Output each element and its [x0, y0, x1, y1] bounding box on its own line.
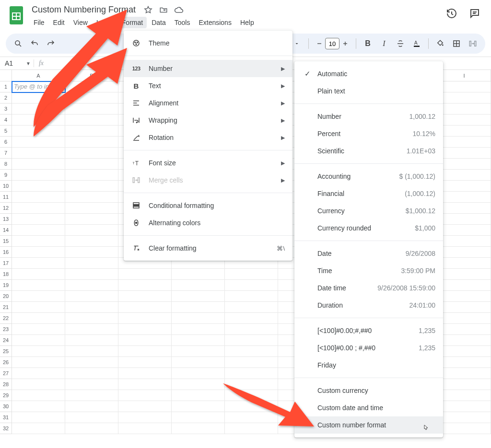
row-header[interactable]: 32 [0, 423, 12, 434]
sheets-logo-icon[interactable] [7, 4, 26, 27]
cell[interactable] [172, 302, 225, 313]
cell[interactable] [438, 280, 491, 291]
cell[interactable] [12, 247, 65, 258]
row-header[interactable]: 26 [0, 357, 12, 368]
cell[interactable] [12, 148, 65, 159]
cell[interactable] [12, 346, 65, 357]
cell[interactable] [172, 335, 225, 346]
cell[interactable] [225, 335, 278, 346]
row-header[interactable]: 7 [0, 148, 12, 159]
cell[interactable] [118, 302, 172, 313]
cell[interactable] [65, 236, 118, 247]
cell[interactable] [12, 291, 65, 302]
cell[interactable] [118, 357, 172, 368]
cell[interactable] [118, 269, 172, 280]
row-header[interactable]: 28 [0, 379, 12, 390]
row-header[interactable]: 31 [0, 412, 12, 423]
cell[interactable] [12, 313, 65, 324]
cell[interactable] [172, 346, 225, 357]
row-header[interactable]: 29 [0, 390, 12, 401]
submenu-item-friday[interactable]: Friday [294, 356, 443, 374]
submenu-item-datetime[interactable]: Date time 9/26/2008 15:59:00 [294, 279, 443, 297]
name-box[interactable]: A1 [0, 59, 23, 67]
row-header[interactable]: 25 [0, 346, 12, 357]
menu-item-number[interactable]: 123 Number ▶ [124, 60, 292, 77]
cell[interactable] [225, 379, 278, 390]
row-header[interactable]: 3 [0, 103, 12, 115]
cell[interactable] [172, 280, 225, 291]
cell[interactable] [65, 269, 118, 280]
cell[interactable] [172, 390, 225, 401]
cell[interactable] [65, 81, 118, 92]
cell[interactable] [12, 225, 65, 236]
cell[interactable] [438, 335, 491, 346]
submenu-item-customfmt2[interactable]: [<100]#0.00 ; #,##0 1,235 [294, 339, 443, 356]
merge-cells-button[interactable] [466, 37, 479, 50]
menu-file[interactable]: File [30, 17, 48, 28]
cell[interactable] [12, 390, 65, 401]
submenu-item-currency[interactable]: Currency $1,000.12 [294, 202, 443, 219]
menu-tools[interactable]: Tools [171, 17, 194, 28]
cell[interactable] [118, 324, 172, 335]
cell[interactable] [65, 181, 118, 192]
cell[interactable] [65, 390, 118, 401]
cell[interactable] [12, 92, 65, 103]
cell[interactable] [65, 137, 118, 148]
redo-icon[interactable] [44, 37, 58, 50]
row-header[interactable]: 30 [0, 401, 12, 412]
row-header[interactable]: 22 [0, 313, 12, 324]
cell[interactable] [438, 103, 491, 115]
strikethrough-button[interactable] [394, 37, 407, 50]
cell[interactable] [12, 203, 65, 214]
text-color-button[interactable]: A [410, 37, 423, 50]
cell[interactable] [12, 335, 65, 346]
cell[interactable] [118, 291, 172, 302]
cell[interactable] [438, 258, 491, 269]
row-header[interactable]: 23 [0, 324, 12, 335]
submenu-item-customfmt1[interactable]: [<100]#0.00;#,##0 1,235 [294, 322, 443, 339]
cell[interactable] [438, 159, 491, 170]
cell[interactable] [438, 412, 491, 423]
menu-data[interactable]: Data [148, 17, 170, 28]
cell[interactable] [118, 423, 172, 434]
cell[interactable] [12, 159, 65, 170]
row-header[interactable]: 20 [0, 291, 12, 302]
increase-font-size-button[interactable] [339, 37, 351, 50]
cell[interactable] [65, 192, 118, 203]
cell[interactable] [118, 346, 172, 357]
cell[interactable] [12, 324, 65, 335]
cell[interactable] [438, 181, 491, 192]
cell[interactable] [438, 247, 491, 258]
cell[interactable] [12, 137, 65, 148]
cell[interactable] [172, 291, 225, 302]
row-header[interactable]: 18 [0, 269, 12, 280]
row-header[interactable]: 16 [0, 247, 12, 258]
cell[interactable] [438, 148, 491, 159]
cell[interactable] [438, 302, 491, 313]
cell[interactable] [65, 115, 118, 126]
cell[interactable] [65, 126, 118, 137]
cell[interactable] [65, 423, 118, 434]
row-header[interactable]: 14 [0, 225, 12, 236]
submenu-item-automatic[interactable]: ✓ Automatic [294, 65, 443, 82]
submenu-item-custom-number-format[interactable]: Custom number format [294, 416, 443, 434]
cell[interactable] [438, 170, 491, 181]
cell[interactable] [438, 313, 491, 324]
submenu-item-duration[interactable]: Duration 24:01:00 [294, 297, 443, 314]
cell[interactable] [118, 412, 172, 423]
column-header[interactable]: I [438, 70, 491, 81]
cell[interactable] [12, 115, 65, 126]
cell[interactable] [65, 280, 118, 291]
submenu-item-date[interactable]: Date 9/26/2008 [294, 245, 443, 262]
cell[interactable] [65, 103, 118, 115]
cell[interactable] [12, 423, 65, 434]
cell[interactable] [12, 280, 65, 291]
decrease-font-size-button[interactable] [314, 37, 325, 50]
cell[interactable] [225, 401, 278, 412]
cell[interactable] [172, 368, 225, 379]
cell[interactable] [225, 291, 278, 302]
submenu-item-plaintext[interactable]: Plain text [294, 82, 443, 100]
italic-button[interactable]: I [377, 37, 391, 50]
menu-item-fontsize[interactable]: TT Font size ▶ [124, 154, 292, 172]
cell[interactable] [118, 379, 172, 390]
